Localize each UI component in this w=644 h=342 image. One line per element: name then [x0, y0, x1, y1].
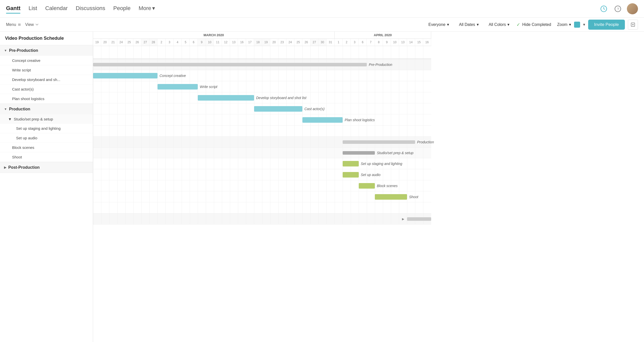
- day-cell: 14: [407, 39, 415, 46]
- task-block-scenes[interactable]: Block scenes: [0, 143, 93, 152]
- day-cell: 18: [254, 39, 262, 46]
- gantt-bar[interactable]: [343, 172, 359, 178]
- collapse-arrow: ▼: [8, 117, 12, 121]
- tab-people[interactable]: People: [113, 5, 131, 13]
- gantt-area[interactable]: MARCH 2020APRIL 202019202124252627282345…: [93, 32, 644, 342]
- gantt-bar[interactable]: [343, 140, 415, 144]
- task-staging-lighting[interactable]: Set up staging and lighting: [0, 124, 93, 133]
- gantt-bar-label: Pre-Production: [369, 63, 392, 67]
- gantt-bar-label: Studio/set prep & setup: [377, 151, 414, 155]
- post-production-group: ▶ Post-Production: [0, 162, 93, 173]
- gantt-bar-label: Set up staging and lighting: [361, 162, 402, 166]
- day-cell: 16: [238, 39, 246, 46]
- day-cell: 19: [262, 39, 270, 46]
- help-icon[interactable]: ?: [613, 4, 623, 14]
- gantt-bar-label: Write script: [200, 85, 217, 89]
- day-cell: 16: [423, 39, 431, 46]
- gantt-bar[interactable]: [375, 194, 407, 200]
- gantt-bar[interactable]: [157, 84, 198, 90]
- invite-people-button[interactable]: Invite People: [588, 20, 625, 30]
- all-dates-filter[interactable]: All Dates ▾: [456, 21, 482, 28]
- chevron-down-icon: ▾: [507, 22, 509, 27]
- gantt-row: Production: [93, 137, 431, 148]
- tab-calendar[interactable]: Calendar: [45, 5, 68, 13]
- swatch-chevron[interactable]: ▾: [583, 22, 585, 27]
- day-cell: 10: [391, 39, 399, 46]
- gantt-bar-label: Shoot: [409, 195, 418, 199]
- menu-button[interactable]: Menu: [6, 22, 21, 27]
- task-cast-actors[interactable]: Cast actor(s): [0, 84, 93, 94]
- day-cell: 25: [125, 39, 133, 46]
- gantt-bar[interactable]: [343, 161, 359, 166]
- avatar[interactable]: [627, 3, 638, 14]
- gantt-rows: Pre-ProductionConcept creativeWrite scri…: [93, 46, 431, 225]
- gantt-bar[interactable]: [343, 151, 375, 155]
- chevron-down-icon: ▾: [583, 22, 585, 27]
- pre-production-header[interactable]: ▼ Pre-Production: [0, 45, 93, 56]
- gantt-row: Set up audio: [93, 169, 431, 180]
- task-write-script[interactable]: Write script: [0, 65, 93, 75]
- toolbar-right: Zoom ▾ ▾ Invite People: [557, 20, 638, 30]
- tab-more[interactable]: More ▾: [139, 5, 155, 13]
- collapse-arrow: ▼: [4, 107, 7, 111]
- chevron-down-icon: ▾: [569, 22, 571, 27]
- export-button[interactable]: [628, 20, 638, 30]
- gantt-row: ▶: [93, 213, 431, 225]
- top-nav: Gantt List Calendar Discussions People M…: [0, 0, 644, 18]
- day-cell: 26: [133, 39, 141, 46]
- task-audio[interactable]: Set up audio: [0, 133, 93, 143]
- task-concept-creative[interactable]: Concept creative: [0, 56, 93, 65]
- day-cell: 27: [310, 39, 318, 46]
- view-button[interactable]: View: [25, 22, 39, 27]
- gantt-bar[interactable]: [359, 183, 375, 189]
- day-cell: 21: [109, 39, 117, 46]
- tab-list[interactable]: List: [28, 5, 37, 13]
- gantt-row: Concept creative: [93, 70, 431, 81]
- day-cell: 26: [302, 39, 310, 46]
- gantt-bar[interactable]: [407, 217, 431, 221]
- hide-completed-toggle[interactable]: ✓ Hide Completed: [516, 22, 551, 27]
- gantt-bar[interactable]: [302, 117, 343, 123]
- day-cell: 27: [141, 39, 149, 46]
- project-title: Video Production Schedule: [5, 36, 88, 41]
- gantt-bar-label: Cast actor(s): [304, 107, 325, 111]
- all-colors-filter[interactable]: All Colors ▾: [486, 21, 512, 28]
- task-shoot[interactable]: Shoot: [0, 152, 93, 162]
- task-develop-storyboard[interactable]: Develop storyboard and sh...: [0, 75, 93, 84]
- color-swatch[interactable]: [574, 22, 580, 28]
- gantt-row: [93, 46, 431, 59]
- march-header: MARCH 2020: [93, 32, 335, 38]
- day-cell: 3: [351, 39, 359, 46]
- expand-arrow[interactable]: ▶: [402, 217, 404, 221]
- gantt-row: Cast actor(s): [93, 103, 431, 114]
- gantt-row: Studio/set prep & setup: [93, 148, 431, 158]
- tab-gantt[interactable]: Gantt: [6, 5, 20, 13]
- day-cell: 9: [383, 39, 391, 46]
- day-cell: 31: [327, 39, 335, 46]
- pre-production-group: ▼ Pre-Production Concept creative Write …: [0, 45, 93, 104]
- tab-discussions[interactable]: Discussions: [76, 5, 105, 13]
- gantt-bar[interactable]: [254, 106, 302, 112]
- day-cell: 2: [343, 39, 351, 46]
- svg-text:?: ?: [617, 7, 619, 11]
- gantt-bar-label: Concept creative: [159, 74, 186, 78]
- zoom-control[interactable]: Zoom ▾: [557, 22, 571, 27]
- post-production-header[interactable]: ▶ Post-Production: [0, 162, 93, 173]
- day-cell: 11: [214, 39, 222, 46]
- studio-setup-header[interactable]: ▼ Studio/set prep & setup: [0, 114, 93, 124]
- gantt-bar[interactable]: [93, 63, 367, 66]
- gantt-bar[interactable]: [93, 73, 157, 78]
- gantt-row: Develop storyboard and shot list: [93, 92, 431, 103]
- gantt-bar-label: Plan shoot logistics: [345, 118, 375, 122]
- production-header[interactable]: ▼ Production: [0, 104, 93, 114]
- day-cell: 15: [415, 39, 423, 46]
- everyone-filter[interactable]: Everyone ▾: [425, 21, 452, 28]
- day-cell: 20: [101, 39, 109, 46]
- gantt-row: Plan shoot logistics: [93, 114, 431, 125]
- day-cell: 17: [246, 39, 254, 46]
- task-plan-shoot[interactable]: Plan shoot logistics: [0, 94, 93, 104]
- gantt-bar[interactable]: [198, 95, 254, 101]
- gantt-row: Write script: [93, 81, 431, 92]
- history-icon[interactable]: [599, 4, 609, 14]
- gantt-row: Pre-Production: [93, 59, 431, 70]
